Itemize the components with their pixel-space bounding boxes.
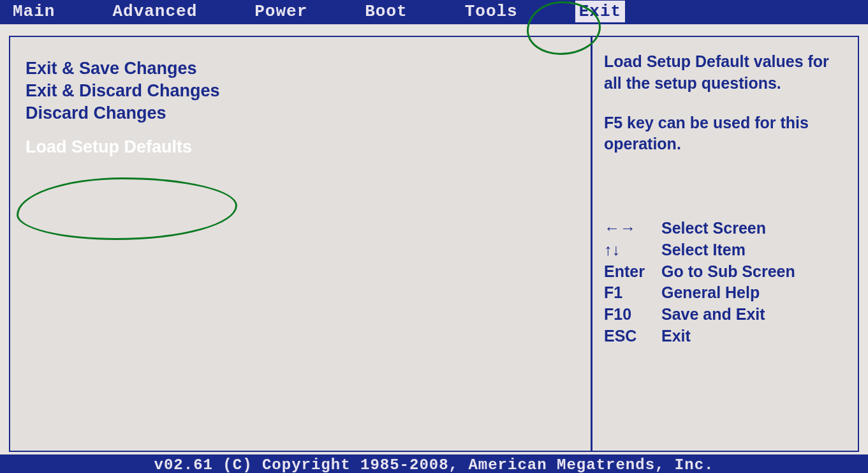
key-help-row: F1General Help [604,282,846,304]
menu-exit-save-changes[interactable]: Exit & Save Changes [26,59,575,79]
bios-menubar: Main Advanced Power Boot Tools Exit [0,0,868,24]
key-help-row: ←→Select Screen [604,218,846,239]
key-desc: Select Screen [661,218,766,239]
key-desc: Exit [661,326,691,347]
help-panel: Load Setup Default values for all the se… [591,37,858,451]
menu-discard-changes[interactable]: Discard Changes [26,103,575,123]
key-desc: General Help [661,282,760,304]
help-text: Load Setup Default values for all the se… [604,51,846,173]
help-para-1: Load Setup Default values for all the se… [604,51,846,94]
menu-exit-discard-changes[interactable]: Exit & Discard Changes [26,81,575,101]
key-f1: F1 [604,282,661,304]
exit-menu-panel: Exit & Save Changes Exit & Discard Chang… [10,37,591,451]
menu-load-setup-defaults[interactable]: Load Setup Defaults [26,137,575,157]
key-f10: F10 [604,304,661,326]
tab-power[interactable]: Power [254,2,307,21]
tab-tools[interactable]: Tools [465,2,518,21]
tab-boot[interactable]: Boot [365,2,407,21]
tab-exit[interactable]: Exit [575,1,625,22]
key-help-row: ESCExit [604,326,846,347]
tab-advanced[interactable]: Advanced [112,2,197,21]
help-para-2: F5 key can be used for this operation. [604,112,846,156]
tab-main[interactable]: Main [13,2,55,21]
annotation-circle-load [17,177,237,240]
bios-body: Exit & Save Changes Exit & Discard Chang… [9,36,859,452]
key-arrows-lr-icon: ←→ [604,218,661,239]
key-help-row: F10Save and Exit [604,304,846,326]
key-arrows-ud-icon: ↑↓ [604,239,661,261]
key-desc: Go to Sub Screen [661,261,795,283]
key-help-row: ↑↓Select Item [604,239,846,261]
key-desc: Save and Exit [661,304,765,326]
key-help-row: EnterGo to Sub Screen [604,261,846,283]
key-enter: Enter [604,261,661,283]
key-desc: Select Item [661,239,746,261]
key-help: ←→Select Screen ↑↓Select Item EnterGo to… [604,218,846,347]
key-esc: ESC [604,326,661,347]
bios-footer: v02.61 (C) Copyright 1985-2008, American… [0,454,868,473]
